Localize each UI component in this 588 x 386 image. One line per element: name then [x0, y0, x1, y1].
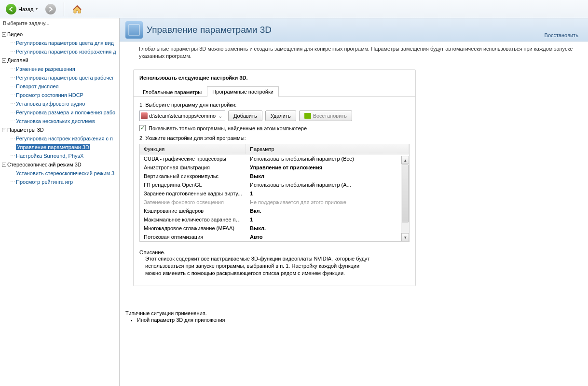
forward-arrow-icon	[45, 4, 56, 14]
cell-function: Анизотропная фильтрация	[140, 163, 246, 172]
typical-item: Иной параметр 3D для приложения	[137, 317, 581, 323]
tree-item[interactable]: Регулировка настроек изображения с п	[16, 136, 113, 141]
page-header-icon	[125, 21, 143, 39]
table-row[interactable]: Анизотропная фильтрацияУправление от при…	[140, 163, 409, 172]
tree-group-head[interactable]: − Видео	[2, 30, 118, 39]
cell-param: Использовать глобальный параметр (Все)	[246, 154, 409, 163]
tree-group-head[interactable]: − Стереоскопический режим 3D	[2, 160, 118, 169]
back-dropdown-icon: ▾	[36, 7, 38, 11]
cell-function: CUDA - графические процессоры	[140, 154, 246, 163]
toolbar-separator	[64, 2, 64, 16]
typical-title: Типичные ситуации применения.	[125, 310, 581, 316]
cell-param: Управление от приложения	[246, 163, 409, 172]
back-button[interactable]: Назад ▾	[3, 2, 41, 16]
tree-group-label: Дисплей	[7, 56, 28, 65]
tree-item[interactable]: Просмотр рейтинга игр	[16, 179, 73, 185]
tree-item[interactable]: Просмотр состояния HDCP	[16, 92, 83, 98]
tree-item[interactable]: Изменение разрешения	[16, 66, 75, 72]
restore-link[interactable]: Восстановить	[545, 32, 578, 38]
add-button[interactable]: Добавить	[228, 110, 262, 121]
tree-item[interactable]: Регулировка размера и положения рабо	[16, 110, 115, 115]
chevron-down-icon: ⌄	[216, 113, 224, 119]
table-row[interactable]: Потоковая оптимизацияАвто	[140, 233, 409, 241]
forward-button[interactable]	[42, 2, 59, 16]
table-row[interactable]: Максимальное количество заранее под...1	[140, 215, 409, 224]
cell-param: Выкл	[246, 172, 409, 180]
restore-button-label: Восстановить	[313, 113, 347, 119]
content-area: Управление параметрами 3D Восстановить Г…	[120, 18, 588, 386]
th-param[interactable]: Параметр	[246, 144, 409, 154]
program-path: d:\steam\steamapps\common\r...	[149, 113, 216, 119]
cell-function: Вертикальный синхроимпульс	[140, 172, 246, 180]
tree-item[interactable]: Регулировка параметров цвета для вид	[16, 40, 114, 46]
tree-item[interactable]: Установка нескольких дисплеев	[16, 118, 95, 124]
cell-function: Кэширование шейдеров	[140, 207, 246, 215]
cell-param: Выкл.	[246, 224, 409, 233]
cell-function: Затенение фонового освещения	[140, 198, 246, 207]
toolbar: Назад ▾	[0, 0, 588, 18]
back-label: Назад	[18, 6, 34, 12]
tabs: Глобальные параметры Программные настрой…	[134, 85, 415, 97]
description-body: Этот список содержит все настраиваемые 3…	[145, 255, 377, 277]
panel-title: Использовать следующие настройки 3D.	[139, 75, 410, 81]
table-row[interactable]: Затенение фонового освещенияНе поддержив…	[140, 198, 409, 207]
tab-program[interactable]: Программные настройки	[207, 86, 279, 97]
table-row[interactable]: CUDA - графические процессорыИспользоват…	[140, 154, 409, 163]
restore-button[interactable]: Восстановить	[299, 110, 352, 121]
table-row[interactable]: Вертикальный синхроимпульсВыкл	[140, 172, 409, 180]
tree-group-label: Видео	[7, 30, 23, 39]
cell-param: 1	[246, 189, 409, 198]
back-arrow-icon	[6, 4, 16, 14]
home-button[interactable]	[69, 2, 85, 16]
cell-function: Заранее подготовленные кадры вирту...	[140, 189, 246, 198]
tree-group-head[interactable]: − Дисплей	[2, 56, 118, 65]
nvidia-icon	[304, 113, 311, 119]
th-function[interactable]: Функция	[140, 144, 246, 154]
table-row[interactable]: Многокадровое сглаживание (MFAA)Выкл.	[140, 224, 409, 233]
tree-item[interactable]: Настройка Surround, PhysX	[16, 153, 83, 159]
scroll-up-icon[interactable]: ▴	[401, 156, 409, 164]
cell-function: ГП рендеринга OpenGL	[140, 180, 246, 189]
program-select[interactable]: d:\steam\steamapps\common\r... ⌄	[139, 110, 225, 121]
tree-item[interactable]: Регулировка параметров изображения д	[16, 49, 116, 55]
tree-group-label: Параметры 3D	[7, 125, 44, 134]
settings-panel: Использовать следующие настройки 3D. Гло…	[133, 69, 416, 286]
sidebar: Выберите задачу... − Видео⋯Регулировка п…	[0, 18, 120, 386]
collapse-icon[interactable]: −	[2, 128, 6, 132]
tree-item[interactable]: Установка цифрового аудио	[16, 101, 85, 107]
step1-label: 1. Выберите программу для настройки:	[139, 102, 410, 108]
tree-item[interactable]: Управление параметрами 3D	[16, 144, 90, 150]
home-icon	[72, 4, 82, 14]
tab-global[interactable]: Глобальные параметры	[137, 87, 207, 97]
tree-item[interactable]: Установить стереоскопический режим 3	[16, 170, 114, 176]
show-only-checkbox[interactable]: ✓	[139, 125, 146, 131]
program-icon	[141, 112, 148, 119]
cell-param: Использовать глобальный параметр (A...	[246, 180, 409, 189]
collapse-icon[interactable]: −	[2, 32, 6, 37]
step2-label: 2. Укажите настройки для этой программы:	[139, 135, 410, 141]
description-title: Описание.	[139, 249, 410, 255]
page-title: Управление параметрами 3D	[147, 25, 272, 35]
table-row[interactable]: Заранее подготовленные кадры вирту...1	[140, 189, 409, 198]
tree-group-head[interactable]: − Параметры 3D	[2, 125, 118, 134]
tree-group-label: Стереоскопический режим 3D	[7, 160, 82, 169]
scrollbar[interactable]: ▴ ▾	[401, 156, 409, 241]
cell-param: Вкл.	[246, 207, 409, 215]
intro-text: Глобальные параметры 3D можно заменить и…	[139, 45, 581, 60]
sidebar-title: Выберите задачу...	[0, 18, 119, 28]
scroll-thumb[interactable]	[402, 165, 409, 222]
cell-function: Многокадровое сглаживание (MFAA)	[140, 224, 246, 233]
cell-param: Авто	[246, 233, 409, 241]
page-header: Управление параметрами 3D Восстановить	[120, 18, 588, 41]
settings-table: Функция Параметр CUDA - графические проц…	[139, 144, 410, 242]
delete-button[interactable]: Удалить	[265, 110, 296, 121]
scroll-down-icon[interactable]: ▾	[401, 233, 409, 241]
collapse-icon[interactable]: −	[2, 163, 6, 167]
collapse-icon[interactable]: −	[2, 58, 6, 63]
tree-item[interactable]: Регулировка параметров цвета рабочег	[16, 75, 114, 81]
table-row[interactable]: Кэширование шейдеровВкл.	[140, 207, 409, 215]
cell-function: Максимальное количество заранее под...	[140, 215, 246, 224]
tree-item[interactable]: Поворот дисплея	[16, 83, 58, 89]
table-row[interactable]: ГП рендеринга OpenGLИспользовать глобаль…	[140, 180, 409, 189]
cell-function: Потоковая оптимизация	[140, 233, 246, 241]
